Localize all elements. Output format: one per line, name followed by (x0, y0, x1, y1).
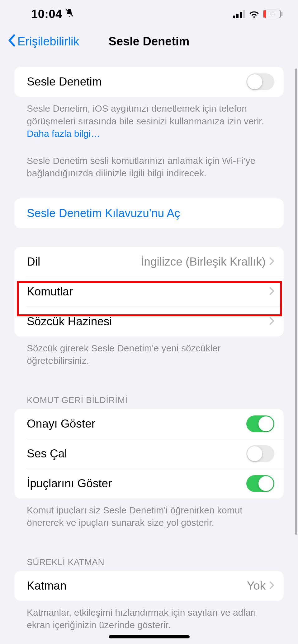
show-confirmation-label: Onayı Göster (27, 417, 246, 430)
home-indicator[interactable] (109, 635, 190, 638)
chevron-right-icon (269, 257, 274, 266)
voice-control-description: Sesle Denetim, iOS aygıtınızı denetlemek… (14, 97, 284, 140)
status-right: 15 (233, 10, 282, 18)
status-left: 10:04 (31, 7, 74, 21)
chevron-right-icon (269, 287, 274, 296)
play-sound-row[interactable]: Ses Çal (14, 439, 284, 469)
vocabulary-row[interactable]: Sözcük Hazinesi (14, 307, 284, 336)
svg-rect-4 (243, 10, 245, 18)
navigation-bar: Erişilebilirlik Sesle Denetim (0, 28, 298, 58)
chevron-right-icon (269, 317, 274, 326)
play-sound-toggle[interactable] (246, 445, 274, 462)
play-sound-label: Ses Çal (27, 447, 246, 460)
open-voice-control-guide-row[interactable]: Sesle Denetim Kılavuzu'nu Aç (14, 198, 284, 228)
back-button[interactable]: Erişilebilirlik (7, 34, 79, 49)
command-feedback-header: KOMUT GERİ BİLDİRİMİ (14, 395, 284, 409)
voice-control-label: Sesle Denetim (27, 75, 246, 88)
voice-control-toggle[interactable] (246, 73, 274, 90)
battery-percent: 15 (263, 10, 279, 18)
show-confirmation-toggle[interactable] (246, 415, 274, 432)
status-time: 10:04 (31, 7, 62, 21)
overlay-label: Katman (27, 579, 247, 592)
status-bar: 10:04 15 (0, 0, 298, 28)
voice-control-wifi-note: Sesle Denetim sesli komutlarınızı anlama… (14, 149, 284, 180)
language-label: Dil (27, 255, 141, 268)
open-guide-label: Sesle Denetim Kılavuzu'nu Aç (27, 207, 180, 220)
overlay-value: Yok (247, 579, 266, 592)
show-hints-toggle[interactable] (246, 475, 274, 492)
language-value: İngilizce (Birleşik Krallık) (141, 255, 266, 268)
show-confirmation-row[interactable]: Onayı Göster (14, 409, 284, 439)
overlay-row[interactable]: Katman Yok (14, 571, 284, 601)
svg-rect-3 (240, 12, 242, 18)
overlay-header: SÜREKLİ KATMAN (14, 557, 284, 571)
show-hints-row[interactable]: İpuçlarını Göster (14, 469, 284, 498)
battery-icon: 15 (263, 10, 282, 18)
overlay-footer: Katmanlar, etkileşimi hızlandırmak için … (14, 601, 284, 632)
learn-more-link[interactable]: Daha fazla bilgi… (27, 128, 100, 139)
voice-control-toggle-row[interactable]: Sesle Denetim (14, 67, 284, 97)
wifi-icon (248, 10, 260, 18)
bell-slash-icon (65, 8, 74, 20)
hints-footer: Komut ipuçları siz Sesle Denetim'i öğren… (14, 498, 284, 529)
vocabulary-footer: Sözcük girerek Sesle Denetim'e yeni sözc… (14, 336, 284, 367)
chevron-right-icon (269, 581, 274, 591)
cellular-signal-icon (233, 10, 245, 18)
commands-label: Komutlar (27, 285, 269, 298)
svg-rect-2 (236, 14, 239, 18)
language-row[interactable]: Dil İngilizce (Birleşik Krallık) (14, 247, 284, 277)
vocabulary-label: Sözcük Hazinesi (27, 315, 269, 328)
scroll-indicator[interactable] (295, 68, 297, 535)
commands-row[interactable]: Komutlar (14, 277, 284, 307)
chevron-left-icon (7, 34, 16, 49)
show-hints-label: İpuçlarını Göster (27, 477, 246, 490)
back-label: Erişilebilirlik (17, 35, 79, 48)
svg-rect-1 (233, 16, 235, 18)
